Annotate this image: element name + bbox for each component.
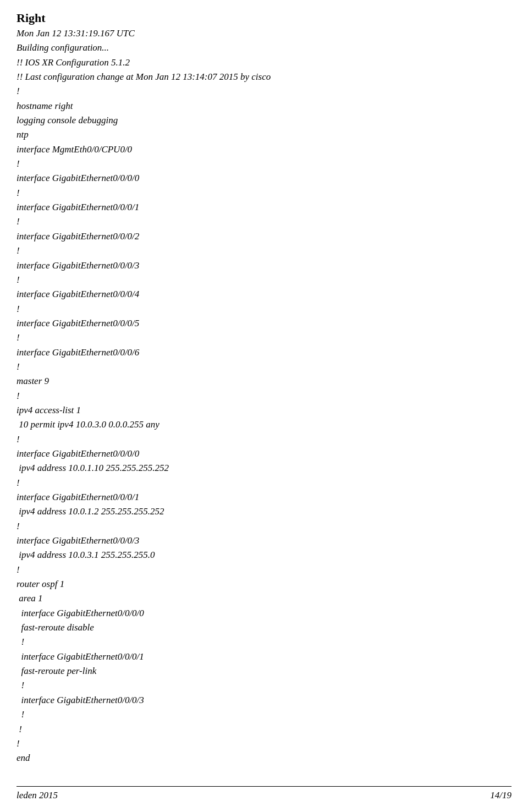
config-line: master 9 [16, 374, 512, 388]
config-line: ! [16, 84, 512, 98]
config-content: Mon Jan 12 13:31:19.167 UTCBuilding conf… [16, 26, 512, 766]
config-line: ! [16, 678, 512, 693]
config-line: ! [16, 563, 512, 577]
page-container: Right Mon Jan 12 13:31:19.167 UTCBuildin… [0, 0, 528, 812]
config-line: ipv4 address 10.0.1.10 255.255.255.252 [16, 461, 512, 475]
config-line: ntp [16, 128, 512, 142]
config-line: interface GigabitEthernet0/0/0/4 [16, 287, 512, 301]
config-line: ! [16, 331, 512, 345]
config-line: ! [16, 273, 512, 287]
page-footer: leden 2015 14/19 [16, 786, 512, 801]
config-line: !! Last configuration change at Mon Jan … [16, 70, 512, 84]
config-line: ! [16, 707, 512, 722]
config-line: ! [16, 244, 512, 258]
config-line: interface GigabitEthernet0/0/0/6 [16, 345, 512, 360]
config-line: interface GigabitEthernet0/0/0/5 [16, 316, 512, 331]
config-line: end [16, 751, 512, 765]
config-line: Building configuration... [16, 41, 512, 55]
config-line: interface GigabitEthernet0/0/0/1 [16, 200, 512, 215]
config-line: ipv4 address 10.0.1.2 255.255.255.252 [16, 504, 512, 519]
config-line: interface GigabitEthernet0/0/0/0 [16, 447, 512, 461]
config-line: ! [16, 302, 512, 316]
config-line: ! [16, 389, 512, 403]
page-title: Right [16, 11, 512, 25]
config-line: ! [16, 157, 512, 171]
config-line: ! [16, 360, 512, 374]
config-line: hostname right [16, 99, 512, 113]
config-line: router ospf 1 [16, 577, 512, 591]
config-line: !! IOS XR Configuration 5.1.2 [16, 56, 512, 70]
config-line: ! [16, 737, 512, 751]
config-line: interface GigabitEthernet0/0/0/0 [16, 606, 512, 621]
config-line: area 1 [16, 591, 512, 606]
config-line: interface GigabitEthernet0/0/0/1 [16, 490, 512, 504]
config-line: ipv4 address 10.0.3.1 255.255.255.0 [16, 548, 512, 562]
config-line: fast-reroute disable [16, 621, 512, 635]
config-line: interface GigabitEthernet0/0/0/2 [16, 229, 512, 244]
config-line: interface GigabitEthernet0/0/0/0 [16, 171, 512, 185]
config-line: ! [16, 476, 512, 490]
config-line: 10 permit ipv4 10.0.3.0 0.0.0.255 any [16, 418, 512, 432]
config-line: interface MgmtEth0/0/CPU0/0 [16, 142, 512, 157]
config-line: fast-reroute per-link [16, 664, 512, 678]
config-line: interface GigabitEthernet0/0/0/3 [16, 534, 512, 548]
config-line: ! [16, 186, 512, 200]
config-line: ! [16, 635, 512, 649]
config-line: interface GigabitEthernet0/0/0/3 [16, 259, 512, 273]
config-line: ! [16, 519, 512, 534]
config-line: interface GigabitEthernet0/0/0/3 [16, 693, 512, 707]
footer-left: leden 2015 [16, 790, 58, 801]
config-line: ! [16, 215, 512, 229]
config-line: logging console debugging [16, 113, 512, 128]
config-line: ipv4 access-list 1 [16, 403, 512, 418]
config-line: Mon Jan 12 13:31:19.167 UTC [16, 26, 512, 41]
config-line: ! [16, 432, 512, 447]
config-line: interface GigabitEthernet0/0/0/1 [16, 650, 512, 664]
config-line: ! [16, 722, 512, 737]
footer-right: 14/19 [490, 790, 512, 801]
